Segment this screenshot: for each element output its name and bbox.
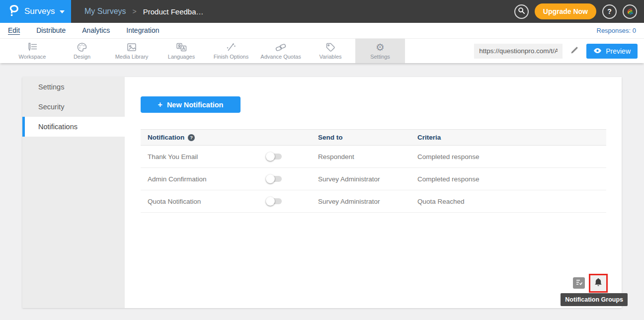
toggle-switch[interactable] — [267, 198, 282, 204]
workspace-icon — [27, 42, 38, 52]
criteria-value: Completed response — [417, 175, 606, 183]
question-mark-icon: ? — [607, 7, 612, 15]
toggle-switch[interactable] — [267, 154, 282, 160]
toolbar-label: Media Library — [115, 54, 149, 60]
sidebar-item-security[interactable]: Security — [22, 97, 125, 117]
upgrade-now-button[interactable]: Upgrade Now — [535, 3, 596, 19]
app-label: Surveys — [24, 6, 55, 16]
caret-down-icon — [60, 10, 65, 13]
toggle-knob — [266, 152, 275, 161]
tab-distribute[interactable]: Distribute — [36, 26, 66, 35]
avatar[interactable] — [623, 4, 637, 19]
column-header-criteria: Criteria — [417, 134, 606, 141]
toggle-knob — [266, 197, 275, 206]
questionpro-logo-icon — [8, 4, 19, 19]
notification-groups-tooltip: Notification Groups — [561, 293, 628, 306]
tab-integration[interactable]: Integration — [126, 26, 159, 35]
toolbar-item-variables[interactable]: Variables — [306, 39, 355, 63]
table-row[interactable]: Admin Confirmation Survey Administrator … — [141, 168, 606, 190]
notifications-table: Notification ? Send to Criteria Thank Yo… — [141, 129, 606, 213]
toolbar-item-workspace[interactable]: Workspace — [7, 39, 57, 63]
toolbar-item-design[interactable]: Design — [57, 39, 107, 63]
surveys-product-switcher[interactable]: Surveys — [0, 0, 71, 23]
toolbar-label: Finish Options — [214, 54, 248, 60]
languages-icon — [175, 42, 187, 52]
toolbar-item-settings[interactable]: ⚙ Settings — [355, 39, 405, 63]
responses-count[interactable]: Responses: 0 — [597, 27, 637, 34]
notification-name: Quota Notification — [148, 198, 267, 205]
advance-quotas-link-icon — [275, 42, 287, 52]
pencil-icon — [570, 46, 579, 56]
send-to-value: Respondent — [318, 153, 417, 160]
tab-analytics[interactable]: Analytics — [82, 26, 110, 35]
toolbar-item-media-library[interactable]: Media Library — [107, 39, 157, 63]
criteria-value: Completed response — [417, 153, 606, 160]
toolbar-item-advance-quotas[interactable]: Advance Quotas — [256, 39, 306, 63]
finish-options-wand-icon — [226, 42, 237, 52]
breadcrumb: My Surveys > Product Feedba… — [84, 7, 204, 16]
variables-tag-icon — [325, 42, 336, 52]
preview-button[interactable]: Preview — [586, 44, 638, 59]
table-header-row: Notification ? Send to Criteria — [141, 129, 606, 146]
breadcrumb-my-surveys[interactable]: My Surveys — [84, 7, 126, 16]
notification-groups-button[interactable] — [590, 275, 606, 291]
notification-name: Admin Confirmation — [148, 175, 267, 183]
send-to-value: Survey Administrator — [318, 175, 417, 183]
top-header: Surveys My Surveys > Product Feedba… Upg… — [0, 0, 644, 23]
toolbar-label: Advance Quotas — [260, 54, 301, 60]
toolbar-item-languages[interactable]: Languages — [157, 39, 206, 63]
search-button[interactable] — [514, 4, 529, 19]
table-row[interactable]: Thank You Email Respondent Completed res… — [141, 146, 606, 168]
toggle-knob — [266, 174, 275, 183]
edit-toolbar: Workspace Design Media Library — [0, 39, 644, 63]
new-notification-label: New Notification — [167, 101, 224, 109]
survey-tab-bar: Edit Distribute Analytics Integration Re… — [0, 23, 644, 39]
toolbar-item-finish-options[interactable]: Finish Options — [206, 39, 256, 63]
header-actions: Upgrade Now ? — [514, 3, 644, 19]
notification-name: Thank You Email — [148, 153, 267, 160]
toolbar-label: Workspace — [19, 54, 46, 60]
edit-url-button[interactable] — [570, 46, 579, 56]
help-button[interactable]: ? — [602, 4, 617, 19]
media-library-icon — [126, 42, 137, 52]
design-palette-icon — [77, 42, 87, 52]
red-highlight-box — [589, 274, 608, 293]
search-icon — [518, 7, 525, 16]
toolbar-label: Variables — [319, 54, 341, 60]
column-header-notification: Notification — [148, 134, 184, 141]
toolbar-label: Settings — [370, 54, 390, 60]
notification-help-icon[interactable]: ? — [188, 134, 195, 141]
criteria-value: Quota Reached — [417, 198, 606, 205]
notifications-content: + New Notification Notification ? Send t… — [125, 77, 622, 308]
new-notification-button[interactable]: + New Notification — [141, 96, 241, 113]
column-header-send-to: Send to — [318, 134, 417, 141]
table-row[interactable]: Quota Notification Survey Administrator … — [141, 190, 606, 213]
plus-icon: + — [158, 100, 162, 109]
send-to-value: Survey Administrator — [318, 198, 417, 205]
notification-log-icon — [575, 279, 583, 287]
breadcrumb-separator: > — [133, 7, 137, 15]
toggle-switch[interactable] — [267, 176, 282, 182]
preview-label: Preview — [606, 47, 631, 55]
survey-url-input[interactable] — [474, 44, 563, 59]
sidebar-item-notifications[interactable]: Notifications — [22, 117, 125, 137]
survey-url-group: Preview — [474, 39, 644, 63]
sidebar-item-settings[interactable]: Settings — [22, 77, 125, 97]
settings-sidebar: Settings Security Notifications — [22, 77, 125, 308]
settings-gear-icon: ⚙ — [376, 42, 385, 52]
eye-icon — [593, 47, 602, 55]
main-area: Settings Security Notifications + New No… — [0, 63, 644, 320]
settings-panel: Settings Security Notifications + New No… — [22, 77, 622, 308]
tab-edit[interactable]: Edit — [8, 26, 20, 35]
bell-icon — [593, 277, 603, 289]
breadcrumb-current-survey: Product Feedba… — [143, 7, 204, 16]
toolbar-label: Design — [74, 54, 90, 60]
avatar-icon — [626, 6, 635, 17]
notification-log-button[interactable] — [573, 277, 585, 289]
toolbar-label: Languages — [168, 54, 195, 60]
